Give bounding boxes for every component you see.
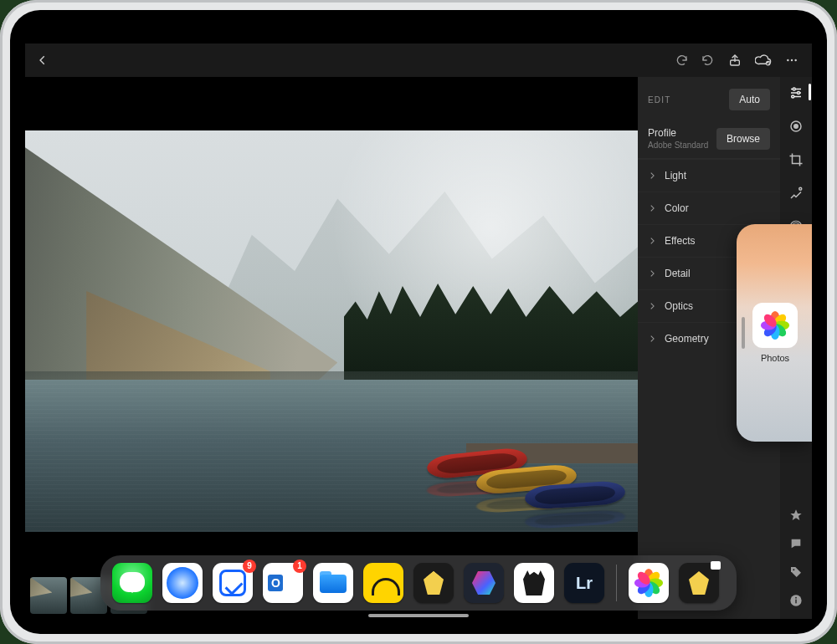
ipad-bezel: EDIT Auto Profile Adobe Standard Browse …: [10, 10, 827, 634]
dock-app-lightroom[interactable]: [564, 563, 604, 603]
dock-app-basecamp[interactable]: [363, 563, 403, 603]
photo-viewport[interactable]: [25, 77, 638, 619]
home-indicator[interactable]: [368, 614, 469, 617]
info-icon[interactable]: [789, 594, 803, 607]
dock-app-shortcuts[interactable]: [464, 563, 504, 603]
dock-app-files[interactable]: [313, 563, 353, 603]
share-icon[interactable]: [728, 54, 742, 67]
slideover-photos-card[interactable]: Photos: [737, 224, 812, 442]
badge: 9: [243, 560, 256, 573]
edit-section-light[interactable]: Light: [638, 159, 780, 192]
comments-icon[interactable]: [789, 537, 803, 550]
profile-subtitle: Adobe Standard: [648, 141, 708, 150]
dock-app-safari[interactable]: [162, 563, 203, 603]
dock-app-things[interactable]: 9: [213, 563, 253, 603]
dock-separator: [616, 565, 617, 601]
chevron-right-icon: [648, 269, 656, 278]
dock-app-drafts[interactable]: [413, 563, 454, 603]
dock-recent-drafts[interactable]: [679, 563, 719, 603]
section-label: Optics: [665, 300, 693, 312]
browse-button[interactable]: Browse: [716, 128, 770, 150]
svg-point-10: [792, 95, 794, 98]
lightroom-app-screen: EDIT Auto Profile Adobe Standard Browse …: [25, 43, 812, 619]
filmstrip-thumb[interactable]: [30, 577, 67, 614]
chevron-right-icon: [648, 204, 656, 212]
photos-app-icon[interactable]: [752, 303, 798, 348]
svg-rect-22: [795, 600, 796, 604]
section-label: Light: [665, 170, 686, 181]
edit-header-row: EDIT Auto: [638, 77, 780, 119]
edit-section-color[interactable]: Color: [638, 192, 780, 224]
ipad-device-frame: EDIT Auto Profile Adobe Standard Browse …: [0, 0, 837, 644]
dock-recent-photos[interactable]: [629, 563, 669, 603]
more-icon[interactable]: [785, 54, 798, 67]
badge: 1: [293, 560, 306, 573]
svg-point-23: [795, 597, 797, 599]
undo-icon[interactable]: [701, 54, 715, 67]
main-area: EDIT Auto Profile Adobe Standard Browse …: [25, 77, 780, 619]
svg-point-3: [791, 59, 793, 61]
slideover-handle[interactable]: [742, 317, 745, 349]
top-bar: [25, 43, 812, 77]
svg-point-9: [798, 92, 800, 95]
section-label: Color: [665, 202, 689, 214]
svg-point-2: [787, 59, 788, 61]
svg-point-4: [794, 59, 796, 61]
chevron-right-icon: [648, 335, 656, 343]
chevron-right-icon: [648, 171, 656, 180]
section-label: Detail: [665, 268, 691, 279]
dock-app-outlook[interactable]: 1: [263, 563, 303, 603]
chevron-right-icon: [648, 237, 656, 245]
svg-marker-19: [790, 509, 801, 520]
redo-icon[interactable]: [675, 54, 688, 67]
cloud-check-icon[interactable]: [755, 54, 772, 67]
profile-row: Profile Adobe Standard Browse: [638, 119, 780, 159]
profile-title: Profile: [648, 127, 708, 139]
section-label: Effects: [665, 235, 695, 247]
crop-icon[interactable]: [788, 152, 804, 167]
svg-point-13: [799, 187, 802, 190]
ipad-dock: 9 1: [100, 555, 737, 611]
chevron-right-icon: [648, 302, 656, 310]
svg-point-20: [793, 569, 794, 570]
profile-block: Profile Adobe Standard: [648, 127, 708, 150]
svg-point-12: [794, 125, 798, 129]
adjust-sliders-icon[interactable]: [788, 85, 804, 100]
svg-point-8: [793, 88, 795, 90]
edit-label: EDIT: [648, 95, 671, 105]
dock-app-messages[interactable]: [112, 563, 152, 603]
presets-icon[interactable]: [788, 119, 804, 134]
photo-canvas: [25, 130, 638, 532]
healing-brush-icon[interactable]: [788, 186, 804, 201]
section-label: Geometry: [665, 333, 709, 345]
keywords-tag-icon[interactable]: [789, 565, 803, 579]
rate-star-icon[interactable]: [789, 509, 803, 522]
dock-app-bear[interactable]: [514, 563, 554, 603]
auto-button[interactable]: Auto: [729, 89, 770, 110]
slideover-label: Photos: [761, 353, 789, 363]
top-actions: [675, 54, 798, 67]
back-button[interactable]: [37, 54, 49, 66]
